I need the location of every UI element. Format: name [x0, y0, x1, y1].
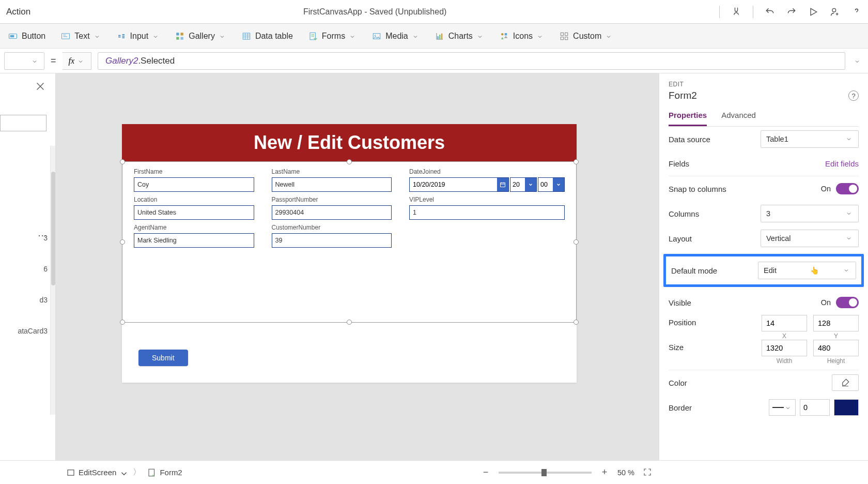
prop-label: Columns: [669, 209, 699, 218]
form2-selection[interactable]: FirstName LastName DateJoined: [122, 161, 577, 323]
property-selector[interactable]: [4, 52, 44, 70]
divider: [753, 6, 753, 18]
visible-toggle[interactable]: [836, 297, 859, 308]
text-icon: [61, 32, 70, 41]
zoom-slider[interactable]: [499, 472, 592, 474]
zoom-out-button[interactable]: −: [481, 467, 490, 478]
tree-item[interactable]: 6: [0, 265, 48, 273]
hour-input[interactable]: [510, 178, 525, 191]
tree-item[interactable]: d3: [0, 296, 48, 304]
resize-handle[interactable]: [347, 320, 352, 325]
color-picker-button[interactable]: [832, 374, 859, 391]
breadcrumb-screen[interactable]: EditScreen: [66, 468, 127, 477]
svg-rect-7: [181, 37, 183, 39]
agentname-input[interactable]: [134, 233, 254, 248]
insert-button[interactable]: Button: [8, 32, 45, 41]
chevron-down-icon[interactable]: [553, 178, 564, 191]
passport-input[interactable]: [272, 205, 392, 220]
tree-item[interactable]: 3: [0, 234, 48, 242]
chevron-down-icon: [412, 33, 420, 40]
border-style-select[interactable]: [769, 399, 796, 416]
layout-select[interactable]: Vertical: [761, 230, 859, 247]
insert-custom[interactable]: Custom: [560, 32, 613, 41]
data-source-select[interactable]: Table1: [761, 130, 859, 148]
field-label: LastName: [272, 168, 392, 175]
formula-expand[interactable]: [851, 52, 864, 70]
position-y-input[interactable]: [813, 315, 859, 331]
tab-advanced[interactable]: Advanced: [721, 111, 756, 126]
custom-icon: [560, 32, 569, 41]
tab-properties[interactable]: Properties: [669, 111, 707, 126]
tab-action[interactable]: Action: [6, 7, 30, 17]
resize-handle[interactable]: [574, 159, 579, 164]
svg-rect-13: [439, 35, 440, 39]
svg-rect-12: [437, 36, 438, 39]
selected-element-name: Form2: [669, 90, 697, 101]
snap-toggle[interactable]: [836, 183, 859, 194]
resize-handle[interactable]: [120, 159, 125, 164]
button-icon: [8, 32, 18, 41]
svg-rect-6: [176, 37, 179, 39]
submit-button[interactable]: Submit: [138, 350, 188, 366]
resize-handle[interactable]: [574, 320, 579, 325]
insert-gallery[interactable]: Gallery: [175, 32, 226, 41]
formula-bar[interactable]: Gallery2.Selected: [98, 52, 845, 70]
chevron-down-icon[interactable]: [525, 178, 536, 191]
minute-input[interactable]: [538, 178, 553, 191]
zoom-thumb[interactable]: [541, 469, 547, 476]
tree-item[interactable]: ataCard3: [0, 327, 48, 335]
columns-select[interactable]: 3: [761, 205, 859, 222]
insert-forms[interactable]: Forms: [308, 32, 357, 41]
undo-icon[interactable]: [765, 7, 775, 17]
close-icon[interactable]: [35, 81, 46, 92]
insert-data-table[interactable]: Data table: [242, 32, 293, 41]
edit-fields-link[interactable]: Edit fields: [825, 159, 859, 168]
insert-text[interactable]: Text: [61, 32, 101, 41]
viplevel-input[interactable]: [409, 205, 565, 220]
redo-icon[interactable]: [786, 7, 797, 17]
lastname-input[interactable]: [272, 177, 392, 192]
chevron-down-icon: [846, 235, 853, 242]
location-input[interactable]: [134, 205, 254, 220]
resize-handle[interactable]: [120, 239, 125, 245]
calendar-icon[interactable]: [497, 178, 508, 191]
divider: [719, 6, 720, 18]
chevron-down-icon: [32, 57, 39, 65]
default-mode-select[interactable]: Edit: [758, 262, 856, 279]
fx-button[interactable]: fx: [63, 52, 92, 70]
fit-to-screen-icon[interactable]: [643, 467, 653, 478]
tree-scrollbar[interactable]: [50, 146, 55, 415]
prop-label: Position: [669, 315, 696, 327]
customernumber-input[interactable]: [272, 233, 392, 248]
toggle-state: On: [821, 298, 831, 307]
health-icon[interactable]: [731, 7, 741, 17]
resize-handle[interactable]: [574, 239, 579, 245]
size-width-input[interactable]: [762, 340, 807, 356]
resize-handle[interactable]: [347, 159, 352, 164]
resize-handle[interactable]: [120, 320, 125, 325]
canvas[interactable]: New / Edit Customers FirstName LastName: [56, 73, 659, 460]
breadcrumb-element[interactable]: Form2: [147, 468, 182, 477]
border-color-button[interactable]: [834, 399, 859, 416]
insert-input[interactable]: Input: [117, 32, 160, 41]
firstname-input[interactable]: [134, 177, 254, 192]
media-icon: [372, 32, 381, 41]
datejoined-input[interactable]: [410, 178, 497, 191]
share-icon[interactable]: [830, 7, 840, 17]
play-icon[interactable]: [808, 7, 818, 17]
svg-rect-8: [243, 33, 250, 39]
position-x-input[interactable]: [762, 315, 807, 331]
chevron-down-icon: [606, 33, 613, 40]
charts-icon: [435, 32, 444, 41]
insert-icons[interactable]: Icons: [500, 32, 544, 41]
insert-media[interactable]: Media: [372, 32, 420, 41]
size-height-input[interactable]: [813, 340, 859, 356]
zoom-in-button[interactable]: +: [600, 467, 609, 478]
help-icon[interactable]: [851, 7, 862, 17]
border-width-input[interactable]: [800, 399, 830, 416]
ribbon-label: Charts: [448, 32, 473, 41]
help-icon[interactable]: ?: [848, 90, 859, 101]
field-label: DateJoined: [409, 168, 565, 175]
insert-charts[interactable]: Charts: [435, 32, 484, 41]
tree-search-input[interactable]: [0, 115, 47, 131]
